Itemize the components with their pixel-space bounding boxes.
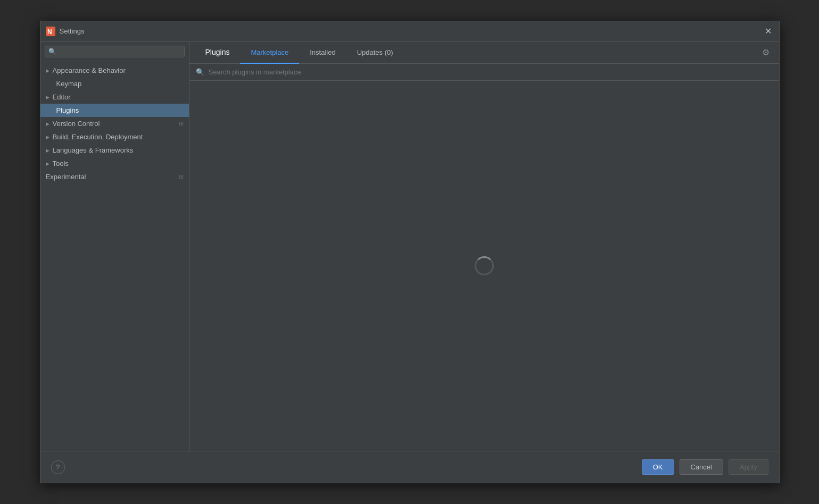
sidebar-item-versioncontrol[interactable]: ▶ Version Control ⊞ [40, 117, 189, 130]
sidebar-item-extra-icon: ⊞ [179, 120, 184, 127]
tab-plugins[interactable]: Plugins [195, 41, 241, 64]
cancel-button[interactable]: Cancel [680, 459, 723, 475]
chevron-right-icon: ▶ [46, 148, 49, 153]
apply-button[interactable]: Apply [729, 459, 768, 475]
sidebar-search-input[interactable] [59, 48, 181, 55]
sidebar: 🔍 ▶ Appearance & Behavior Keymap ▶ Edito… [40, 41, 189, 451]
sidebar-item-plugins[interactable]: Plugins [40, 104, 189, 117]
sidebar-item-label: Keymap [56, 80, 82, 88]
chevron-right-icon: ▶ [46, 121, 49, 127]
sidebar-item-keymap[interactable]: Keymap [40, 77, 189, 90]
tabs-bar: Plugins Marketplace Installed Updates (0… [189, 41, 779, 64]
dialog-body: 🔍 ▶ Appearance & Behavior Keymap ▶ Edito… [40, 41, 779, 451]
dialog-title: Settings [60, 27, 763, 35]
sidebar-nav: ▶ Appearance & Behavior Keymap ▶ Editor … [40, 62, 189, 451]
sidebar-item-languages[interactable]: ▶ Languages & Frameworks [40, 144, 189, 157]
sidebar-item-label: Experimental [46, 173, 86, 181]
search-icon: 🔍 [196, 68, 204, 76]
sidebar-item-label: Build, Execution, Deployment [53, 133, 143, 141]
chevron-right-icon: ▶ [46, 68, 49, 73]
tab-installed[interactable]: Installed [299, 42, 346, 64]
sidebar-search-icon: 🔍 [48, 48, 56, 55]
plugin-search-input[interactable] [209, 68, 773, 76]
chevron-right-icon: ▶ [46, 135, 49, 140]
help-button[interactable]: ? [51, 460, 65, 474]
main-content: Plugins Marketplace Installed Updates (0… [189, 41, 779, 451]
ok-button[interactable]: OK [642, 459, 674, 475]
svg-text:N: N [47, 28, 52, 36]
plugin-search-bar: 🔍 [189, 64, 779, 81]
sidebar-item-build[interactable]: ▶ Build, Execution, Deployment [40, 130, 189, 144]
app-icon: N [46, 27, 55, 36]
settings-dialog: N Settings ✕ 🔍 ▶ Appearance & Behavior K… [40, 21, 780, 483]
title-bar: N Settings ✕ [40, 21, 779, 41]
sidebar-item-extra-icon: ⊞ [179, 173, 184, 180]
sidebar-item-editor[interactable]: ▶ Editor [40, 90, 189, 104]
sidebar-item-label: Tools [53, 159, 69, 167]
sidebar-item-label: Languages & Frameworks [53, 146, 134, 154]
sidebar-item-appearance[interactable]: ▶ Appearance & Behavior [40, 64, 189, 77]
content-area [189, 81, 779, 451]
chevron-right-icon: ▶ [46, 95, 49, 100]
close-button[interactable]: ✕ [763, 26, 774, 37]
sidebar-item-label: Appearance & Behavior [53, 66, 126, 74]
tab-updates[interactable]: Updates (0) [346, 42, 404, 64]
sidebar-item-label: Editor [53, 93, 71, 101]
tab-marketplace[interactable]: Marketplace [240, 42, 299, 64]
sidebar-search-box[interactable]: 🔍 [45, 46, 185, 57]
sidebar-item-tools[interactable]: ▶ Tools [40, 157, 189, 170]
sidebar-item-experimental[interactable]: Experimental ⊞ [40, 170, 189, 183]
sidebar-item-label: Version Control [53, 120, 100, 128]
bottom-bar: ? OK Cancel Apply [40, 451, 779, 483]
loading-spinner [475, 256, 494, 275]
chevron-right-icon: ▶ [46, 161, 49, 166]
sidebar-item-label: Plugins [56, 106, 79, 114]
gear-icon[interactable]: ⚙ [758, 45, 774, 60]
